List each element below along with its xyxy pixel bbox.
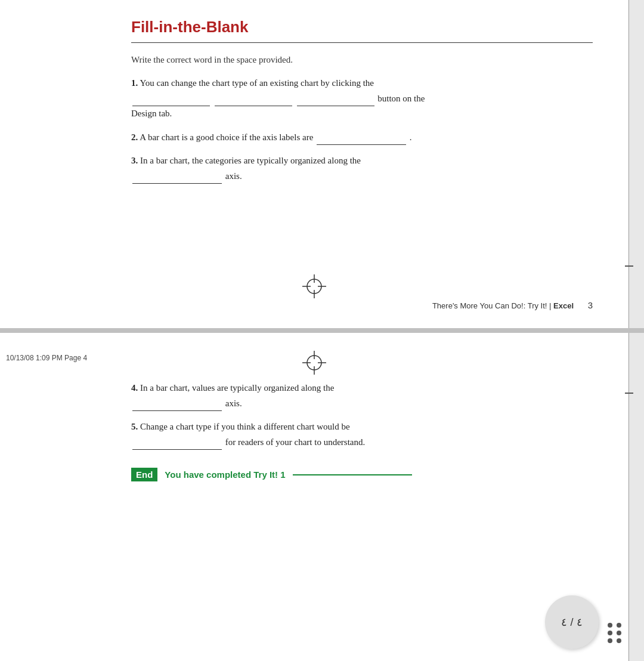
- title-divider: [131, 42, 593, 43]
- end-line: [293, 474, 412, 475]
- end-section: End You have completed Try It! 1: [131, 468, 593, 481]
- q3-number: 3.: [131, 156, 138, 165]
- dots-grid: [608, 623, 623, 643]
- question-2: 2. A bar chart is a good choice if the a…: [131, 130, 593, 146]
- q5-text-after: for readers of your chart to understand.: [225, 437, 366, 447]
- footer-excel: Excel: [553, 301, 574, 310]
- q4-text-before: In a bar chart, values are typically org…: [140, 383, 334, 393]
- page-divider: [0, 328, 644, 333]
- page-title: Fill-in-the-Blank: [131, 18, 593, 36]
- page-indicator-text: ٤ / ٤: [561, 616, 582, 629]
- q4-number: 4.: [131, 383, 138, 393]
- q5-text-before: Change a chart type if you think a diffe…: [140, 422, 350, 431]
- right-margin-line-top: [628, 0, 629, 328]
- dot-6: [617, 638, 621, 643]
- q1-text-after: Design tab.: [131, 109, 172, 118]
- page-bottom: 4. In a bar chart, values are typically …: [0, 333, 629, 661]
- question-5: 5. Change a chart type if you think a di…: [131, 419, 593, 450]
- footer-page-number: 3: [588, 300, 593, 310]
- q1-blank-1[interactable]: [132, 95, 210, 106]
- q4-blank[interactable]: [132, 400, 222, 411]
- q4-text-after: axis.: [225, 399, 242, 408]
- page-stamp: 10/13/08 1:09 PM Page 4: [6, 354, 87, 362]
- q3-text-after: axis.: [225, 171, 242, 181]
- dot-5: [608, 638, 612, 643]
- question-3: 3. In a bar chart, the categories are ty…: [131, 153, 593, 184]
- dot-2: [617, 623, 621, 628]
- reg-mark-bottom: [302, 351, 326, 375]
- dot-1: [608, 623, 612, 628]
- end-badge: End: [131, 468, 157, 481]
- page-top: Fill-in-the-Blank Write the correct word…: [0, 0, 629, 328]
- q1-text-before: You can change the chart type of an exis…: [140, 78, 374, 88]
- footer: There's More You Can Do!: Try It! | Exce…: [432, 300, 593, 310]
- page-indicator: ٤ / ٤: [545, 595, 599, 649]
- content-top: Fill-in-the-Blank Write the correct word…: [0, 0, 628, 210]
- q1-blank-3[interactable]: [297, 95, 374, 106]
- q1-button-on-the: button on the: [377, 94, 425, 103]
- instruction-text: Write the correct word in the space prov…: [131, 55, 593, 65]
- dash-mark-top: [625, 265, 633, 267]
- q5-number: 5.: [131, 422, 138, 431]
- footer-text: There's More You Can Do!: Try It! |: [432, 301, 553, 310]
- q1-number: 1.: [131, 78, 138, 88]
- question-4: 4. In a bar chart, values are typically …: [131, 381, 593, 411]
- q2-text-before: A bar chart is a good choice if the axis…: [140, 132, 315, 142]
- q2-text-after: .: [410, 132, 412, 142]
- question-1: 1. You can change the chart type of an e…: [131, 76, 593, 122]
- q2-blank[interactable]: [317, 134, 406, 145]
- q3-text-before: In a bar chart, the categories are typic…: [140, 156, 361, 165]
- dot-4: [617, 631, 621, 635]
- dot-3: [608, 631, 612, 635]
- dash-mark-bottom: [625, 393, 633, 394]
- q3-blank[interactable]: [132, 173, 222, 184]
- q5-blank[interactable]: [132, 439, 222, 450]
- right-margin-line-bottom: [628, 333, 629, 661]
- q1-blank-2[interactable]: [215, 95, 292, 106]
- q2-number: 2.: [131, 132, 138, 142]
- reg-mark-top: [302, 274, 326, 298]
- page-wrapper: Fill-in-the-Blank Write the correct word…: [0, 0, 644, 661]
- end-text: You have completed Try It! 1: [165, 470, 285, 480]
